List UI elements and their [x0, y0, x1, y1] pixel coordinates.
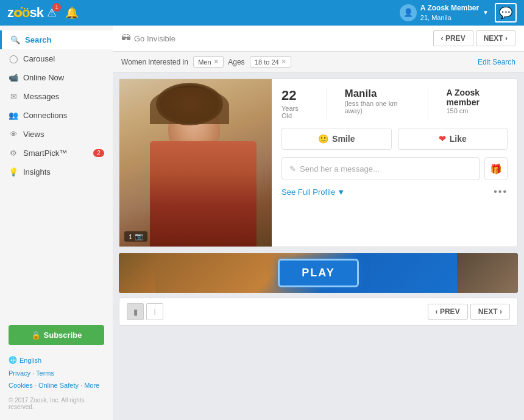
list-icon: ▮ — [133, 307, 138, 317]
like-label: Like — [450, 134, 467, 144]
smile-icon: 🙂 — [318, 134, 328, 144]
sidebar-item-online-now[interactable]: 📹 Online Now — [0, 68, 113, 87]
sidebar-item-carousel[interactable]: ◯ Carousel — [0, 49, 113, 68]
online-now-icon: 📹 — [9, 73, 18, 82]
pagination-chevron-right-icon: › — [500, 307, 502, 316]
stat-divider — [326, 88, 327, 119]
prev-button[interactable]: ‹ PREV — [433, 30, 473, 46]
profile-card: 1 📷 22 Years Old Manila (less than one k… — [119, 79, 518, 247]
sidebar-item-insights[interactable]: 💡 Insights — [0, 163, 113, 181]
sidebar-label-messages: Messages — [23, 92, 59, 101]
age-label: Years Old — [281, 105, 308, 119]
gift-button[interactable]: 🎁 — [484, 157, 508, 180]
online-safety-link[interactable]: Online Safety — [38, 382, 79, 389]
sidebar-item-views[interactable]: 👁 Views — [0, 125, 113, 144]
more-options-button[interactable]: ••• — [494, 186, 508, 197]
filter-tags: Women interested in Men ✕ Ages 18 to 24 … — [121, 56, 291, 68]
pagination-next-button[interactable]: NEXT › — [470, 304, 510, 320]
sidebar-footer: 🌐 English Privacy · Terms Cookies · Onli… — [0, 351, 113, 415]
profile-stats: 22 Years Old Manila (less than one km aw… — [281, 88, 508, 119]
go-invisible-button[interactable]: 🕶 Go Invisible — [121, 33, 175, 44]
sidebar-label-online-now: Online Now — [23, 73, 64, 82]
message-input[interactable]: ✎ Send her a message... — [281, 157, 480, 180]
user-text: A Zoosk Member 21, Manila — [420, 4, 479, 22]
grid-icon: ⁝ — [154, 307, 156, 317]
see-full-profile-link[interactable]: See Full Profile ▼ — [281, 187, 345, 197]
pagination-nav-buttons: ‹ PREV NEXT › — [428, 304, 510, 320]
sidebar-item-smartpick[interactable]: ⚙ SmartPick™ 2 — [0, 144, 113, 163]
filter-tag-age[interactable]: 18 to 24 ✕ — [250, 56, 291, 68]
message-row: ✎ Send her a message... 🎁 — [281, 157, 508, 180]
cookies-link[interactable]: Cookies — [9, 382, 33, 389]
notification-icon[interactable]: ⚠ 1 — [47, 6, 57, 19]
subscribe-label: Subscribe — [44, 331, 82, 340]
bell-icon[interactable]: 🔔 — [65, 6, 79, 19]
prev-label: PREV — [445, 34, 466, 43]
chevron-down-icon: ▼ — [337, 187, 345, 197]
ad-left-deco — [119, 253, 155, 293]
subscribe-button[interactable]: 🔒 Subscribe — [9, 325, 104, 345]
sidebar-label-views: Views — [23, 130, 44, 139]
list-view-button[interactable]: ▮ — [127, 303, 144, 320]
smile-button[interactable]: 🙂 Smile — [281, 128, 392, 150]
filter-ages-label: Ages — [227, 58, 247, 66]
filter-tag-gender[interactable]: Men ✕ — [193, 56, 223, 68]
invisible-label: Go Invisible — [134, 34, 175, 43]
toolbar: 🕶 Go Invisible ‹ PREV NEXT › — [113, 26, 524, 52]
logo: zo͘ösk — [7, 5, 43, 21]
message-placeholder: Send her a message... — [300, 164, 380, 173]
sidebar-nav: 🔍 Search ◯ Carousel 📹 Online Now ✉ Messa… — [0, 30, 113, 319]
action-buttons: 🙂 Smile ❤ Like — [281, 128, 508, 150]
age-stat: 22 Years Old — [281, 88, 308, 119]
sidebar-label-connections: Connections — [23, 111, 67, 120]
pagination-bar: ▮ ⁝ ‹ PREV NEXT › — [119, 298, 518, 326]
smile-label: Smile — [332, 134, 355, 144]
content-area: 🕶 Go Invisible ‹ PREV NEXT › Women inter… — [113, 26, 524, 420]
edit-search-link[interactable]: Edit Search — [478, 58, 515, 66]
terms-link[interactable]: Terms — [36, 369, 54, 377]
sidebar-item-search[interactable]: 🔍 Search — [0, 30, 113, 49]
notif-badge: 1 — [52, 3, 61, 12]
smartpick-icon: ⚙ — [9, 149, 18, 158]
more-link[interactable]: More — [84, 382, 99, 389]
filter-gender-close[interactable]: ✕ — [213, 58, 219, 66]
language-selector[interactable]: 🌐 English — [9, 356, 104, 364]
sidebar-label-search: Search — [25, 35, 51, 44]
member-stat: A Zoosk member 150 cm — [446, 88, 508, 119]
photo-count: 1 📷 — [124, 231, 147, 242]
copyright-text: © 2017 Zoosk, Inc. All rights reserved. — [9, 397, 104, 410]
user-location: 21, Manila — [420, 13, 479, 22]
pagination-chevron-left-icon: ‹ — [436, 307, 438, 316]
sidebar-item-connections[interactable]: 👥 Connections — [0, 106, 113, 125]
lock-icon: 🔒 — [31, 331, 41, 340]
language-label: English — [19, 357, 41, 364]
messages-icon: ✉ — [9, 92, 18, 101]
toolbar-nav-buttons: ‹ PREV NEXT › — [433, 30, 515, 46]
filter-age-close[interactable]: ✕ — [281, 58, 286, 66]
footer-links: Privacy · Terms Cookies · Online Safety … — [9, 368, 104, 392]
gift-icon: 🎁 — [490, 163, 502, 175]
grid-view-button[interactable]: ⁝ — [146, 303, 163, 320]
sidebar-item-messages[interactable]: ✉ Messages — [0, 87, 113, 106]
next-label: NEXT — [484, 34, 503, 43]
profile-photo[interactable]: 1 📷 — [119, 79, 272, 247]
invisible-icon: 🕶 — [121, 33, 131, 44]
profile-info: 22 Years Old Manila (less than one km aw… — [272, 79, 517, 247]
user-info[interactable]: 👤 A Zoosk Member 21, Manila ▼ — [400, 4, 489, 22]
sidebar-label-smartpick: SmartPick™ — [23, 149, 67, 158]
like-button[interactable]: ❤ Like — [398, 128, 508, 150]
chevron-right-icon: › — [505, 34, 508, 43]
ad-banner[interactable]: PLAY — [119, 253, 518, 293]
next-button[interactable]: NEXT › — [476, 30, 515, 46]
privacy-link[interactable]: Privacy — [9, 369, 30, 377]
age-value: 22 — [281, 88, 308, 103]
messages-header-icon[interactable]: 💬 — [495, 3, 517, 23]
filter-age-value: 18 to 24 — [255, 58, 279, 66]
camera-icon: 📷 — [135, 233, 143, 240]
stat-divider-2 — [428, 88, 428, 119]
search-icon: 🔍 — [10, 35, 20, 44]
member-label: A Zoosk member — [446, 88, 508, 107]
ad-play-button[interactable]: PLAY — [278, 259, 358, 287]
pagination-prev-button[interactable]: ‹ PREV — [428, 304, 468, 320]
avatar: 👤 — [400, 4, 417, 21]
